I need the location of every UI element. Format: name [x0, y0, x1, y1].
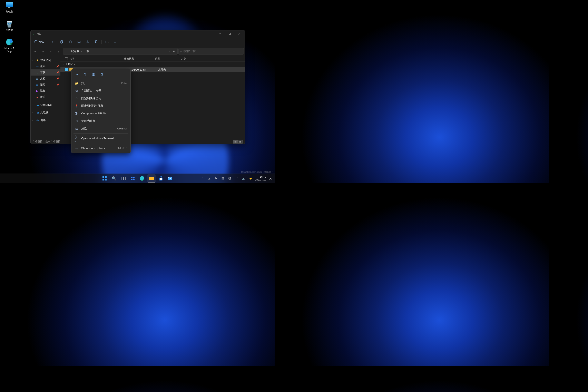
desktop-icon-recycle-bin[interactable]: 回收站 [2, 20, 17, 32]
explorer-app[interactable] [148, 174, 156, 182]
sidebar: ⌄ ★ 快速访问 ▬桌面📌 ↓下载📌 ▤文档📌 ▭图片📌 ▶视频 ●音乐 ›☁O… [30, 56, 60, 139]
ime-mode[interactable]: 拼 [228, 176, 232, 180]
ctx-show-more[interactable]: ⋯ Show more options Shift+F10 [72, 144, 130, 152]
paste-button[interactable] [66, 38, 74, 46]
sidebar-onedrive[interactable]: ›☁OneDrive [30, 102, 60, 108]
copy-button[interactable] [58, 38, 66, 46]
scissors-icon: ✂ [76, 73, 78, 76]
svg-rect-20 [84, 74, 86, 76]
select-all-checkbox[interactable] [65, 57, 68, 60]
search-input[interactable]: ⌕ 搜索"下载" [178, 48, 244, 54]
column-date[interactable]: 修改日期⌄ [122, 57, 153, 60]
address-bar[interactable]: ↓ › 此电脑 › 下载 ⌄ ⟳ [63, 48, 178, 54]
tray-battery-icon[interactable]: ⚡ [248, 177, 253, 180]
ctx-rename-button[interactable] [90, 71, 97, 78]
task-view-button[interactable] [119, 174, 128, 182]
column-headers: 名称 修改日期⌄ 类型 大小 [60, 56, 245, 62]
up-button[interactable]: ↑ [55, 48, 62, 54]
start-button[interactable] [100, 174, 108, 182]
sidebar-item-label: 文档 [40, 77, 45, 80]
edge-app[interactable] [138, 174, 146, 182]
download-icon: ↓ [36, 71, 39, 74]
delete-button[interactable] [92, 38, 100, 46]
tray-chevron[interactable]: ⌃ [200, 177, 204, 180]
ctx-pin-start[interactable]: 📍 固定到"开始"屏幕 [72, 102, 130, 110]
mail-app[interactable] [166, 174, 174, 182]
recent-button[interactable]: ⌄ [47, 48, 54, 54]
sort-button[interactable]: ↑↓▾ [103, 38, 111, 46]
search-icon: 🔍 [112, 176, 116, 181]
column-size[interactable]: 大小 [179, 57, 195, 60]
column-type[interactable]: 类型 [153, 57, 179, 60]
group-header[interactable]: ⌄ 上周 (1) [60, 62, 245, 67]
breadcrumb-root[interactable]: 此电脑 [70, 49, 80, 54]
network-icon: 🖧 [36, 118, 39, 122]
refresh-button[interactable]: ⟳ [172, 50, 176, 53]
ime-lang[interactable]: 英 [220, 176, 226, 180]
search-button[interactable]: 🔍 [110, 174, 118, 182]
ctx-delete-button[interactable] [98, 71, 105, 78]
tray-onedrive-icon[interactable]: ☁ [206, 177, 212, 180]
view-button[interactable]: ☰▾ [112, 38, 120, 46]
svg-rect-1 [6, 2, 13, 7]
copy-path-icon: ⎘ [75, 119, 78, 123]
download-icon: ↓ [64, 50, 68, 53]
ctx-label: 固定到"开始"屏幕 [81, 104, 103, 108]
svg-rect-24 [105, 176, 106, 178]
tray-wifi-icon[interactable]: ⋰ [234, 177, 239, 180]
svg-rect-15 [70, 41, 72, 43]
chevron-right-icon: › [32, 104, 35, 106]
ctx-cut-button[interactable]: ✂ [74, 71, 81, 78]
ctx-label: 固定到快速访问 [81, 96, 101, 100]
view-tiles-button[interactable]: ▦ [238, 140, 242, 144]
ctx-copy-button[interactable] [82, 71, 89, 78]
taskbar-clock[interactable]: 16:49 2021/7/10 [255, 176, 266, 181]
rename-button[interactable] [75, 38, 83, 46]
forward-button[interactable]: → [40, 48, 46, 54]
notifications-button[interactable] [268, 177, 273, 180]
new-button[interactable]: New [33, 38, 46, 46]
cut-button[interactable]: ✂ [49, 38, 57, 46]
tray-volume-icon[interactable]: 🔈 [241, 177, 246, 180]
ctx-compress-zip[interactable]: 🗜 Compress to ZIP file [72, 110, 130, 117]
status-count: 1 个项目 [33, 140, 42, 143]
plus-circle-icon [34, 40, 38, 44]
sidebar-item-music[interactable]: ●音乐 [30, 94, 60, 100]
ctx-open-new-window[interactable]: ⧉ 在新窗口中打开 [72, 87, 130, 94]
svg-rect-3 [8, 8, 11, 8]
sidebar-item-downloads[interactable]: ↓下载📌 [30, 70, 60, 76]
sidebar-quick-access[interactable]: ⌄ ★ 快速访问 [30, 57, 60, 63]
sidebar-item-pictures[interactable]: ▭图片📌 [30, 82, 60, 88]
sidebar-item-documents[interactable]: ▤文档📌 [30, 76, 60, 82]
separator [74, 133, 128, 134]
ctx-properties[interactable]: ▤ 属性 Alt+Enter [72, 125, 130, 132]
row-checkbox[interactable] [65, 68, 68, 71]
store-app[interactable] [157, 174, 165, 182]
ctx-open[interactable]: 📁 打开 Enter [72, 80, 130, 87]
view-details-button[interactable]: ▤ [233, 140, 238, 144]
back-button[interactable]: ← [32, 48, 39, 54]
svg-rect-26 [105, 179, 106, 180]
titlebar[interactable]: ↓ 下载 [30, 30, 245, 37]
maximize-button[interactable] [225, 30, 234, 37]
ctx-copy-path[interactable]: ⎘ 复制为路径 [72, 117, 130, 125]
widgets-button[interactable] [128, 174, 137, 182]
desktop-icon-this-pc[interactable]: 此电脑 [2, 1, 17, 13]
sidebar-network[interactable]: ›🖧网络 [30, 117, 60, 123]
sidebar-item-desktop[interactable]: ▬桌面📌 [30, 63, 60, 70]
breadcrumb-leaf[interactable]: 下载 [83, 49, 90, 54]
close-button[interactable] [234, 30, 244, 37]
minimize-button[interactable] [216, 30, 225, 37]
ctx-open-terminal[interactable]: ❯_ Open in Windows Terminal [72, 134, 130, 142]
tray-pen-icon[interactable]: ✎ [214, 177, 218, 180]
sidebar-item-videos[interactable]: ▶视频 [30, 88, 60, 94]
widgets-icon [130, 176, 135, 181]
share-icon [86, 40, 89, 44]
column-name[interactable]: 名称 [68, 57, 122, 60]
desktop-icon-edge[interactable]: Microsoft Edge [2, 38, 17, 53]
ctx-pin-quick-access[interactable]: ☆ 固定到快速访问 [72, 94, 130, 102]
breadcrumb-dropdown[interactable]: ⌄ [167, 50, 171, 53]
share-button[interactable] [84, 38, 92, 46]
sidebar-this-pc[interactable]: ›🖥此电脑 [30, 110, 60, 116]
more-button[interactable]: ⋯ [122, 38, 130, 46]
